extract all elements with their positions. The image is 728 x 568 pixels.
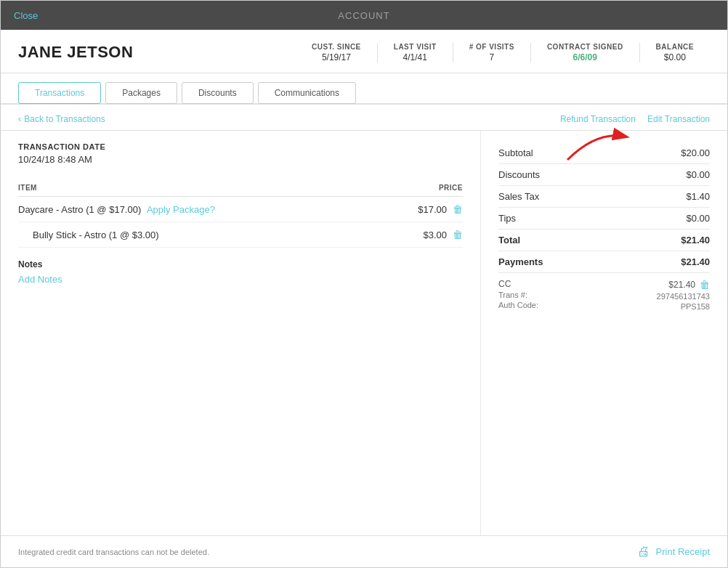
stat-last-visit: LAST VISIT 4/1/41 — [378, 43, 453, 62]
total-discounts: Discounts $0.00 — [498, 164, 710, 186]
transaction-date-value: 10/24/18 8:48 AM — [18, 154, 463, 165]
customer-header: JANE JETSON CUST. SINCE 5/19/17 LAST VIS… — [1, 30, 727, 73]
delete-payment-icon[interactable]: 🗑 — [700, 279, 710, 291]
item-row: Daycare - Astro (1 @ $17.00) Apply Packa… — [18, 197, 463, 222]
bottom-bar: Integrated credit card transactions can … — [1, 535, 727, 567]
bottom-notice: Integrated credit card transactions can … — [18, 548, 209, 556]
transaction-totals-panel: Subtotal $20.00 Discounts $0.00 Sales Ta… — [480, 131, 727, 535]
print-receipt-button[interactable]: 🖨 Print Receipt — [637, 544, 710, 559]
item-price: $17.00 — [410, 204, 447, 215]
back-chevron-icon: ‹ — [18, 113, 21, 124]
tab-transactions[interactable]: Transactions — [18, 82, 101, 104]
notes-label: Notes — [18, 259, 463, 269]
price-column-header: PRICE — [439, 184, 463, 192]
header-stats: CUST. SINCE 5/19/17 LAST VISIT 4/1/41 # … — [296, 43, 710, 62]
tab-bar: Transactions Packages Discounts Communic… — [1, 73, 727, 105]
total-sales-tax: Sales Tax $1.40 — [498, 186, 710, 208]
item-name: Daycare - Astro (1 @ $17.00) Apply Packa… — [18, 204, 215, 215]
tab-communications[interactable]: Communications — [258, 82, 356, 104]
edit-transaction-link[interactable]: Edit Transaction — [647, 114, 710, 124]
stat-cust-since: CUST. SINCE 5/19/17 — [296, 43, 378, 62]
item-price: $3.00 — [410, 230, 447, 240]
notes-section: Notes Add Notes — [18, 259, 463, 285]
transaction-items-panel: TRANSACTION DATE 10/24/18 8:48 AM ITEM P… — [1, 131, 480, 535]
transaction-section: ‹ Back to Transactions Refund Transactio… — [1, 105, 727, 535]
payment-detail: CC Trans #: Auth Code: $21.40 🗑 29745613… — [498, 273, 710, 317]
tab-discounts[interactable]: Discounts — [182, 82, 254, 104]
item-name: Bully Stick - Astro (1 @ $3.00) — [33, 230, 159, 240]
transaction-body: TRANSACTION DATE 10/24/18 8:48 AM ITEM P… — [1, 131, 727, 535]
total-total: Total $21.40 — [498, 230, 710, 251]
item-price-area: $17.00 🗑 — [410, 203, 463, 215]
payment-values: $21.40 🗑 297456131743 PPS158 — [657, 279, 710, 311]
main-content: JANE JETSON CUST. SINCE 5/19/17 LAST VIS… — [1, 30, 727, 535]
app-title: ACCOUNT — [338, 10, 389, 21]
transaction-date-label: TRANSACTION DATE — [18, 142, 463, 151]
refund-transaction-link[interactable]: Refund Transaction — [560, 114, 636, 124]
payment-method-info: CC Trans #: Auth Code: — [498, 279, 538, 309]
top-bar: Close ACCOUNT — [1, 1, 727, 30]
stat-num-visits: # OF VISITS 7 — [453, 43, 531, 62]
tab-packages[interactable]: Packages — [105, 82, 177, 104]
stat-balance: BALANCE $0.00 — [640, 43, 710, 62]
total-payments: Payments $21.40 — [498, 251, 710, 273]
total-subtotal: Subtotal $20.00 — [498, 142, 710, 164]
back-to-transactions[interactable]: ‹ Back to Transactions — [18, 113, 105, 124]
delete-item-icon[interactable]: 🗑 — [453, 229, 463, 240]
apply-package-link[interactable]: Apply Package? — [147, 204, 215, 215]
close-button[interactable]: Close — [14, 10, 38, 21]
printer-icon: 🖨 — [637, 544, 650, 559]
customer-name: JANE JETSON — [18, 43, 163, 62]
stat-contract-signed: CONTRACT SIGNED 6/6/09 — [531, 43, 640, 62]
transaction-nav: ‹ Back to Transactions Refund Transactio… — [1, 105, 727, 131]
item-column-header: ITEM — [18, 184, 37, 192]
item-row: Bully Stick - Astro (1 @ $3.00) $3.00 🗑 — [18, 222, 463, 248]
add-notes-link[interactable]: Add Notes — [18, 274, 62, 285]
items-table-header: ITEM PRICE — [18, 179, 463, 197]
item-price-area: $3.00 🗑 — [410, 229, 463, 240]
transaction-actions: Refund Transaction Edit Transaction — [560, 114, 710, 124]
total-tips: Tips $0.00 — [498, 208, 710, 230]
delete-item-icon[interactable]: 🗑 — [453, 203, 463, 215]
